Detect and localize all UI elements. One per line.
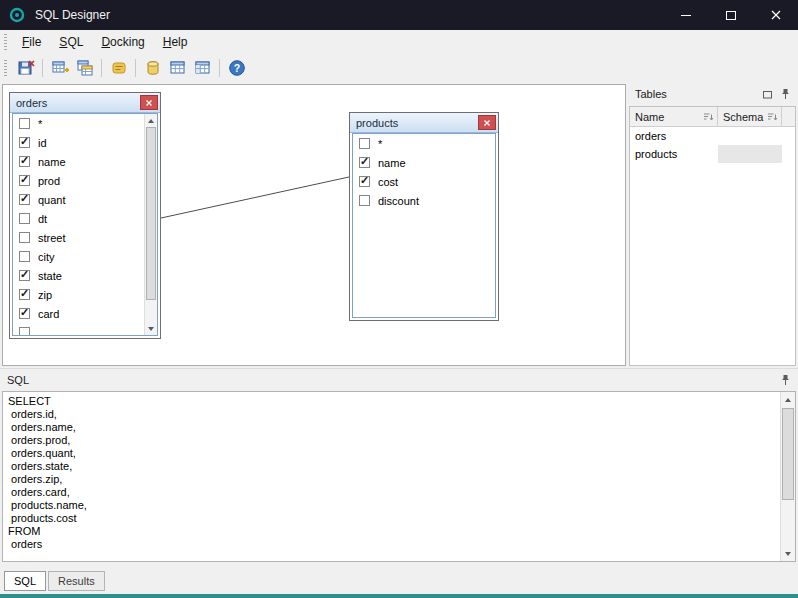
add-table-button[interactable] [47,56,72,80]
help-button[interactable]: ? [224,56,249,80]
tab-results[interactable]: Results [48,571,105,591]
column-checkbox[interactable] [19,194,30,205]
add-query-icon [76,59,94,77]
maximize-button[interactable] [708,0,753,30]
column-row[interactable]: quant [13,190,144,209]
script-icon [110,59,128,77]
column-row[interactable]: city [13,247,144,266]
minimize-icon [681,15,691,16]
column-row[interactable]: name [353,153,495,172]
script-button[interactable] [106,56,131,80]
column-checkbox[interactable] [19,118,30,129]
table-row-orders[interactable]: orders [630,127,795,145]
sql-text-line: FROM [8,525,775,538]
column-label: prod [38,175,60,187]
sql-panel-titlebar[interactable]: SQL [0,369,798,391]
sql-text-line: orders.zip, [8,473,775,486]
add-table-icon [51,59,69,77]
toolbar-separator [135,59,136,77]
column-row[interactable]: zip [13,285,144,304]
table-window-products-close-button[interactable] [478,115,496,130]
minimize-button[interactable] [663,0,708,30]
scrollbar-thumb[interactable] [782,408,794,500]
column-row[interactable]: prod [13,171,144,190]
titlebar[interactable]: SQL Designer [0,0,798,30]
table-window-orders-close-button[interactable] [140,95,158,110]
column-checkbox[interactable] [19,327,30,336]
tab-sql[interactable]: SQL [4,571,46,591]
column-checkbox[interactable] [359,157,370,168]
menu-gripper[interactable] [4,34,7,50]
table-name-cell: products [630,145,718,163]
column-row[interactable]: card [13,304,144,323]
column-checkbox[interactable] [19,270,30,281]
sql-text-line: orders [8,538,775,551]
column-label: discount [378,195,419,207]
column-checkbox[interactable] [19,175,30,186]
column-checkbox[interactable] [19,137,30,148]
scrollbar-thumb[interactable] [146,127,156,300]
close-button[interactable] [753,0,798,30]
table-window-orders-titlebar[interactable]: orders [10,93,160,113]
column-label: name [38,156,66,168]
add-query-button[interactable] [72,56,97,80]
column-header-label: Schema [723,111,763,123]
table-row-products[interactable]: products [630,145,795,163]
menu-sql[interactable]: SQL [50,31,92,53]
save-button[interactable] [13,56,38,80]
column-checkbox[interactable] [19,308,30,319]
column-checkbox[interactable] [19,289,30,300]
sql-editor[interactable]: SELECT orders.id, orders.name, orders.pr… [2,391,796,562]
maximize-icon [726,11,736,20]
scrollbar-up-button[interactable] [781,392,795,407]
column-row[interactable]: * [353,134,495,153]
column-checkbox[interactable] [19,232,30,243]
column-header-name[interactable]: Name [630,107,718,126]
table-window-orders: orders * id name prod quant dt street ci [9,92,161,339]
menu-docking[interactable]: Docking [92,31,153,53]
scrollbar-up-button[interactable] [145,114,157,127]
database-button[interactable] [140,56,165,80]
orders-scrollbar[interactable] [144,114,157,335]
table-window-title: products [356,117,398,129]
column-header-schema[interactable]: Schema [718,107,782,126]
table-grid-button[interactable] [165,56,190,80]
tables-panel-titlebar[interactable]: Tables [629,84,796,104]
column-row[interactable]: cost [353,172,495,191]
column-row[interactable]: * [13,114,144,133]
column-row[interactable]: id [13,133,144,152]
toolbar-separator [101,59,102,77]
float-window-icon[interactable] [762,89,773,100]
table-window-title: orders [16,97,47,109]
column-row[interactable]: state [13,266,144,285]
tab-label: SQL [14,575,36,587]
menu-file[interactable]: File [13,31,50,53]
table-grid-alt-button[interactable] [190,56,215,80]
column-row[interactable] [13,323,144,336]
column-checkbox[interactable] [359,195,370,206]
column-row[interactable]: dt [13,209,144,228]
main-region: orders * id name prod quant dt street ci [0,82,798,368]
window-title: SQL Designer [35,8,110,22]
menu-help[interactable]: Help [154,31,197,53]
arrow-down-icon [148,327,154,331]
tables-grid-header: Name Schema [630,107,795,127]
pin-icon[interactable] [780,374,791,386]
column-checkbox[interactable] [19,213,30,224]
column-row[interactable]: street [13,228,144,247]
sql-scrollbar[interactable] [780,392,795,561]
column-row[interactable]: discount [353,191,495,210]
column-checkbox[interactable] [19,251,30,262]
scrollbar-down-button[interactable] [781,546,795,561]
pin-icon[interactable] [780,88,791,100]
design-canvas[interactable]: orders * id name prod quant dt street ci [2,84,626,366]
column-label: * [38,118,42,130]
column-checkbox[interactable] [359,138,370,149]
column-checkbox[interactable] [359,176,370,187]
scrollbar-down-button[interactable] [145,322,157,335]
toolbar-gripper[interactable] [4,60,7,76]
column-label: cost [378,176,398,188]
column-row[interactable]: name [13,152,144,171]
table-window-products-titlebar[interactable]: products [350,113,498,133]
column-checkbox[interactable] [19,156,30,167]
